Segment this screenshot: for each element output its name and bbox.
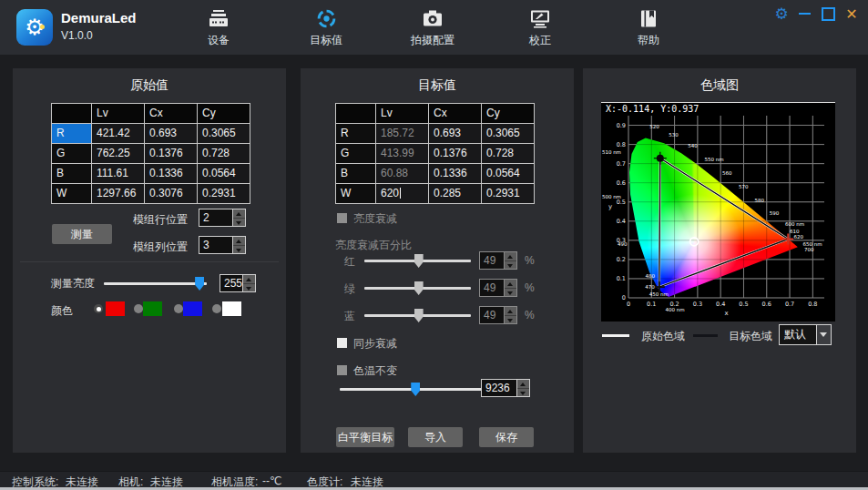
nav-capture-config[interactable]: 拍摄配置 [411, 7, 454, 48]
row-label-w[interactable]: W [52, 184, 91, 203]
cell-b-cy[interactable]: 0.0564 [482, 164, 534, 183]
module-row-spinner[interactable]: 2 [199, 209, 246, 227]
calibration-icon [529, 7, 551, 29]
color-radio-red[interactable] [94, 304, 103, 313]
color-temp-value[interactable]: 9236 [482, 380, 516, 396]
blue-attenuation-value[interactable]: 49 [480, 307, 504, 323]
gamut-preset-dropdown[interactable]: 默认 [779, 324, 832, 345]
row-label-b[interactable]: B [52, 164, 91, 183]
row-label-r[interactable]: R [52, 124, 91, 143]
color-radio-blue[interactable] [174, 304, 183, 313]
cell-r-lv[interactable]: 185.72 [376, 124, 428, 143]
blue-attenuation-spinner[interactable]: 49 [479, 306, 517, 324]
cell-r-cx[interactable]: 0.693 [145, 124, 197, 143]
cell-r-cx[interactable]: 0.693 [429, 124, 481, 143]
cell-w-cy[interactable]: 0.2931 [482, 184, 534, 203]
brightness-slider-track[interactable] [104, 282, 207, 285]
row-label-g[interactable]: G [52, 144, 91, 163]
module-col-spinner[interactable]: 3 [199, 236, 246, 254]
module-col-spin-buttons[interactable] [232, 237, 245, 253]
color-temp-checkbox[interactable] [337, 365, 347, 375]
green-slider-handle[interactable] [414, 281, 424, 295]
svg-text:0: 0 [622, 294, 626, 301]
color-temp-label: 色温不变 [353, 363, 397, 379]
nav-label-calibration: 校正 [529, 33, 551, 48]
module-col-value[interactable]: 3 [199, 237, 232, 253]
brightness-spinner[interactable]: 255 [220, 274, 256, 292]
red-spin-buttons[interactable] [504, 252, 516, 269]
gamut-panel: 色域图 X:-0.114, Y:0.937 00.10.20.30.40.50.… [583, 68, 856, 453]
red-attenuation-value[interactable]: 49 [480, 252, 504, 269]
cie-chart-plot[interactable]: X:-0.114, Y:0.937 00.10.20.30.40.50.60.7… [601, 102, 835, 322]
brightness-slider-handle[interactable] [195, 277, 204, 291]
app-title: DemuraLed [61, 10, 137, 26]
cell-r-lv[interactable]: 421.42 [92, 124, 144, 143]
cell-r-cy[interactable]: 0.3065 [482, 124, 534, 143]
cell-b-cx[interactable]: 0.1336 [429, 164, 481, 183]
nav-device[interactable]: 设备 [208, 7, 230, 48]
white-balance-target-button[interactable]: 白平衡目标 [336, 427, 394, 447]
save-button[interactable]: 保存 [479, 427, 534, 447]
measure-button[interactable]: 测量 [52, 224, 112, 244]
red-slider-handle[interactable] [414, 254, 424, 268]
color-radio-white[interactable] [212, 304, 221, 313]
nav-help[interactable]: 帮助 [638, 7, 659, 48]
logo-dot [40, 25, 45, 29]
nav-target-value[interactable]: 目标值 [310, 7, 342, 48]
close-button[interactable]: ✕ [842, 4, 862, 24]
cell-w-cy[interactable]: 0.2931 [198, 184, 250, 203]
svg-text:0.1: 0.1 [647, 301, 656, 308]
minimize-button[interactable] [794, 4, 814, 24]
row-label-w[interactable]: W [336, 184, 375, 203]
target-gamut-legend-line [693, 334, 718, 337]
svg-text:0.5: 0.5 [617, 199, 626, 206]
module-row-spin-buttons[interactable] [232, 209, 245, 226]
cell-w-cx[interactable]: 0.3076 [145, 184, 197, 203]
cell-b-cx[interactable]: 0.1336 [145, 164, 197, 183]
cell-w-lv[interactable]: 1297.66 [92, 184, 144, 203]
cell-w-cx[interactable]: 0.285 [429, 184, 481, 203]
cell-r-cy[interactable]: 0.3065 [198, 124, 250, 143]
row-label-g[interactable]: G [336, 144, 375, 163]
panel-title-target: 目标值 [301, 77, 574, 94]
green-attenuation-value[interactable]: 49 [480, 280, 504, 296]
brightness-attenuation-checkbox[interactable] [337, 213, 347, 223]
cell-g-cy[interactable]: 0.728 [198, 144, 250, 163]
green-spin-buttons[interactable] [504, 280, 516, 296]
cell-g-cx[interactable]: 0.1376 [429, 144, 481, 163]
nav-calibration[interactable]: 校正 [529, 7, 551, 48]
red-attenuation-spinner[interactable]: 49 [479, 251, 517, 270]
settings-gear-button[interactable]: ⚙ [771, 4, 791, 24]
cell-g-lv[interactable]: 762.25 [92, 144, 144, 163]
sync-attenuation-checkbox[interactable] [337, 338, 347, 348]
col-header-cy: Cy [482, 104, 534, 123]
green-attenuation-spinner[interactable]: 49 [479, 279, 517, 297]
brightness-spin-buttons[interactable] [242, 275, 255, 291]
brightness-value[interactable]: 255 [220, 275, 242, 291]
svg-text:0.6: 0.6 [762, 301, 771, 308]
nav-label-device: 设备 [208, 33, 230, 48]
cell-g-cx[interactable]: 0.1376 [145, 144, 197, 163]
color-temp-spinner[interactable]: 9236 [481, 379, 530, 397]
svg-text:0.9: 0.9 [617, 122, 626, 129]
import-button[interactable]: 导入 [408, 427, 463, 447]
module-row-value[interactable]: 2 [199, 209, 232, 226]
maximize-button[interactable] [818, 4, 838, 24]
row-label-b[interactable]: B [336, 164, 375, 183]
blue-spin-buttons[interactable] [504, 307, 516, 323]
svg-text:0.5: 0.5 [739, 301, 748, 308]
cell-w-lv-editing[interactable]: 620 [376, 184, 428, 203]
color-temp-spin-buttons[interactable] [516, 380, 529, 396]
cell-g-cy[interactable]: 0.728 [482, 144, 534, 163]
cursor-coords-readout: X:-0.114, Y:0.937 [606, 104, 699, 114]
row-label-r[interactable]: R [336, 124, 375, 143]
cell-b-lv[interactable]: 60.88 [376, 164, 428, 183]
color-radio-green[interactable] [134, 304, 143, 313]
svg-text:0.1: 0.1 [617, 275, 626, 282]
dropdown-arrow-button[interactable] [816, 325, 831, 344]
color-temp-slider-handle[interactable] [411, 383, 420, 396]
cell-g-lv[interactable]: 413.99 [376, 144, 428, 163]
cell-b-cy[interactable]: 0.0564 [198, 164, 250, 183]
cell-b-lv[interactable]: 111.61 [92, 164, 144, 183]
blue-slider-handle[interactable] [414, 309, 424, 322]
